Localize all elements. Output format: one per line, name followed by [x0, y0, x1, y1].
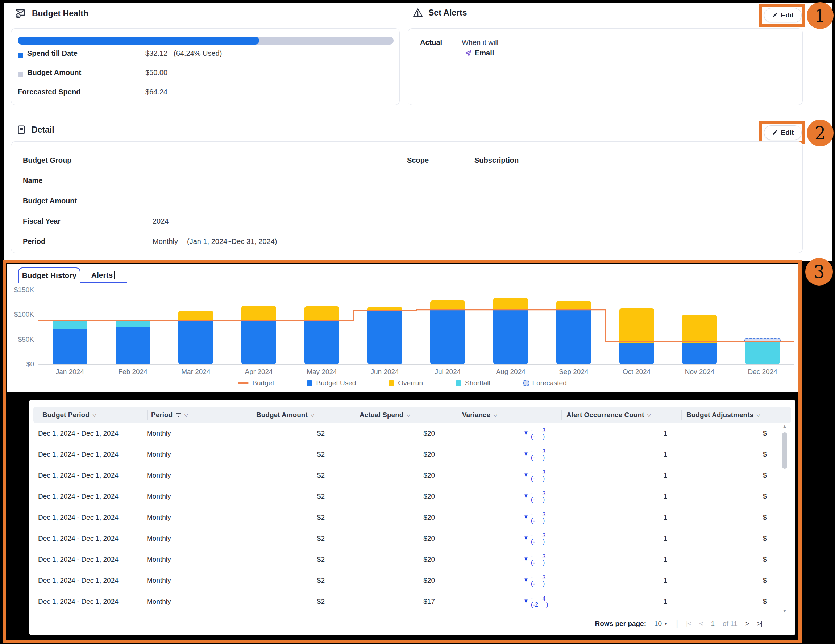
cell-actual-spend: $20	[399, 514, 435, 522]
table-row: Dec 1, 2024 - Dec 1, 2024Monthly$2$20▼-3…	[29, 423, 796, 444]
tab-budget-history[interactable]: Budget History	[18, 267, 80, 283]
cell-budget-period: Dec 1, 2024 - Dec 1, 2024	[38, 514, 119, 522]
column-header-label: Budget Amount	[256, 411, 308, 419]
cell-budget-adjustments: $	[763, 472, 767, 480]
bar-slot-sep-2024	[542, 290, 605, 364]
segment-shortfall	[52, 321, 87, 330]
trend-down-icon: ▼	[523, 451, 529, 456]
next-page-button[interactable]: >	[746, 620, 749, 628]
text-cursor	[114, 271, 115, 280]
detail-card: Budget GroupNameBudget AmountFiscal Year…	[11, 141, 803, 253]
sort-icon[interactable]: ▽	[493, 412, 497, 418]
sort-icon[interactable]: ▽	[406, 412, 410, 418]
column-header-label: Variance	[462, 411, 491, 419]
column-header-alert-occurrence-count[interactable]: Alert Occurrence Count▽	[567, 411, 651, 419]
last-page-button[interactable]: >|	[757, 620, 762, 628]
budget-progress-bar	[18, 37, 393, 45]
cell-alert-occurrence-count: 1	[655, 535, 676, 543]
sort-icon[interactable]: ▽	[93, 412, 96, 418]
header-separator	[355, 410, 355, 420]
redaction-strip	[435, 423, 452, 613]
legend-swatch	[523, 380, 529, 386]
segment-overrun	[556, 301, 591, 310]
cell-budget-period: Dec 1, 2024 - Dec 1, 2024	[38, 472, 119, 480]
rows-per-page-label: Rows per page:	[595, 620, 646, 628]
x-tick-label: Apr 2024	[227, 368, 290, 376]
trend-down-icon: ▼	[523, 577, 529, 582]
filter-icon[interactable]	[175, 412, 181, 418]
trend-down-icon: ▼	[523, 430, 529, 435]
table-row: Dec 1, 2024 - Dec 1, 2024Monthly$2$20▼-3…	[29, 444, 796, 465]
segment-overrun	[178, 311, 213, 320]
x-tick-label: Oct 2024	[605, 368, 668, 376]
detail-field-value: 2024	[153, 217, 169, 225]
bars-container	[38, 290, 794, 364]
tab-alerts[interactable]: Alerts	[80, 267, 125, 283]
legend-item-budget: Budget	[238, 379, 274, 387]
segment-used	[241, 321, 276, 364]
cell-budget-amount: $2	[283, 577, 325, 585]
sort-icon[interactable]: ▽	[647, 412, 651, 418]
column-header-budget-period[interactable]: Budget Period▽	[42, 411, 96, 419]
scroll-down-arrow[interactable]: ▼	[781, 608, 788, 613]
prev-page-button[interactable]: <	[699, 620, 703, 628]
document-icon	[16, 125, 26, 135]
cell-budget-period: Dec 1, 2024 - Dec 1, 2024	[38, 535, 119, 543]
column-header-variance[interactable]: Variance▽	[462, 411, 497, 419]
cell-budget-adjustments: $	[763, 556, 767, 564]
detail-field-label: Name	[23, 177, 42, 185]
legend-label: Shortfall	[465, 379, 491, 387]
cell-budget-amount: $2	[283, 472, 325, 480]
sort-icon[interactable]: ▽	[310, 412, 315, 418]
legend-swatch	[238, 382, 249, 384]
rows-per-page-select[interactable]: 10 ▼	[654, 620, 668, 628]
sort-icon[interactable]: ▽	[756, 412, 760, 418]
trend-down-icon: ▼	[523, 535, 529, 540]
y-tick-label: $150K	[6, 286, 34, 294]
legend-label: Overrun	[398, 379, 423, 387]
first-page-button[interactable]: |<	[686, 620, 691, 628]
cell-budget-adjustments: $	[763, 450, 767, 459]
warning-icon	[413, 7, 423, 18]
scroll-up-arrow[interactable]: ▲	[781, 424, 788, 429]
stacked-bar	[745, 338, 780, 364]
cell-period: Monthly	[147, 577, 171, 585]
bar-slot-jun-2024	[353, 290, 416, 364]
segment-used	[682, 343, 717, 364]
x-tick-label: Sep 2024	[542, 368, 605, 376]
budget-health-icon	[15, 7, 27, 20]
segment-used	[493, 310, 528, 364]
table-scrollbar[interactable]: ▲ ▼	[781, 424, 788, 613]
detail-field-value: Monthly	[153, 237, 178, 246]
table-row: Dec 1, 2024 - Dec 1, 2024Monthly$2$20▼-3…	[29, 465, 796, 486]
scrollbar-thumb[interactable]	[782, 433, 787, 468]
segment-used	[367, 311, 402, 364]
legend-swatch	[456, 380, 461, 386]
trend-down-icon: ▼	[523, 514, 529, 519]
budget-health-title: Budget Health	[32, 9, 88, 18]
segment-shortfall	[115, 321, 150, 327]
segment-used	[430, 310, 465, 364]
cell-alert-occurrence-count: 1	[655, 514, 676, 522]
stacked-bar	[115, 321, 150, 364]
column-header-label: Alert Occurrence Count	[567, 411, 644, 419]
segment-overrun	[682, 315, 717, 343]
column-header-budget-amount[interactable]: Budget Amount▽	[256, 411, 315, 419]
bar-slot-feb-2024	[101, 290, 164, 364]
x-tick-label: Dec 2024	[731, 368, 794, 376]
cell-budget-amount: $2	[283, 514, 325, 522]
bar-slot-aug-2024	[479, 290, 542, 364]
header-separator	[251, 410, 251, 420]
detail-title: Detail	[31, 125, 54, 135]
bar-slot-dec-2024	[731, 290, 794, 364]
column-header-budget-adjustments[interactable]: Budget Adjustments▽	[686, 411, 760, 419]
cell-variance: ▼-4(-2)	[523, 595, 548, 608]
column-header-actual-spend[interactable]: Actual Spend▽	[359, 411, 410, 419]
cell-alert-occurrence-count: 1	[655, 556, 676, 564]
column-header-period[interactable]: Period▽	[151, 411, 188, 419]
header-separator	[561, 410, 562, 420]
table-rows: Dec 1, 2024 - Dec 1, 2024Monthly$2$20▼-3…	[29, 423, 796, 612]
cell-variance: ▼-3(-)	[523, 427, 546, 440]
sort-icon[interactable]: ▽	[184, 412, 188, 418]
x-tick-label: Jan 2024	[38, 368, 101, 376]
